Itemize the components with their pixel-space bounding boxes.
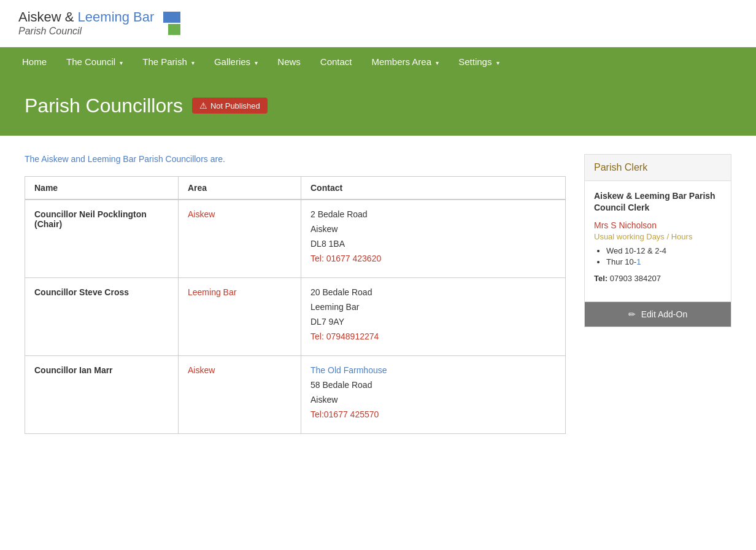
contact-line: Leeming Bar	[310, 302, 556, 312]
nav-link-news[interactable]: News	[268, 47, 310, 76]
nav-link-the-parish[interactable]: The Parish ▾	[133, 47, 204, 76]
site-header: Aiskew & Leeming Bar Parish Council	[0, 0, 756, 47]
chevron-down-icon: ▾	[496, 60, 500, 66]
chevron-down-icon: ▾	[436, 60, 439, 66]
nav-item-settings[interactable]: Settings ▾	[449, 47, 509, 76]
page-title: Parish Councillors ⚠ Not Published	[25, 95, 731, 117]
status-badge-text: Not Published	[210, 101, 260, 110]
councillor-name: Councillor Neil Pocklington (Chair)	[25, 199, 179, 278]
nav-item-members-area[interactable]: Members Area ▾	[362, 47, 449, 76]
sidebar-card: Parish Clerk Aiskew & Leeming Bar Parish…	[584, 154, 731, 327]
councillor-contact: The Old Farmhouse58 Bedale RoadAiskewTel…	[301, 355, 566, 433]
col-header-name: Name	[25, 176, 179, 199]
nav-item-contact[interactable]: Contact	[310, 47, 362, 76]
logo-amp: &	[61, 9, 78, 25]
nav-link-contact[interactable]: Contact	[310, 47, 362, 76]
page-header: Parish Councillors ⚠ Not Published	[0, 76, 756, 136]
nav-link-home[interactable]: Home	[12, 47, 56, 76]
sidebar: Parish Clerk Aiskew & Leeming Bar Parish…	[584, 154, 731, 327]
logo: Aiskew & Leeming Bar Parish Council	[18, 9, 154, 37]
nav-link-members-area[interactable]: Members Area ▾	[362, 47, 449, 76]
logo-leeming-bar: Leeming Bar	[78, 9, 155, 25]
col-header-contact: Contact	[301, 176, 566, 199]
main-content: The Aiskew and Leeming Bar Parish Counci…	[0, 136, 756, 452]
list-item: Thur 10-1	[606, 257, 722, 266]
councillor-name: Councillor Ian Marr	[25, 355, 179, 433]
logo-square-green	[168, 24, 180, 35]
logo-line1: Aiskew & Leeming Bar	[18, 9, 154, 25]
nav-item-news[interactable]: News	[268, 47, 310, 76]
sidebar-header: Parish Clerk	[585, 155, 731, 181]
contact-line: Aiskew	[310, 224, 556, 234]
chevron-down-icon: ▾	[255, 60, 258, 66]
nav-item-the-council[interactable]: The Council ▾	[56, 47, 133, 76]
highlight-text: 1	[636, 257, 641, 266]
table-row: Councillor Ian MarrAiskewThe Old Farmhou…	[25, 355, 566, 433]
logo-line2: Parish Council	[18, 25, 154, 37]
contact-line: The Old Farmhouse	[310, 365, 556, 375]
tel-number: 07903 384207	[610, 274, 661, 283]
councillor-area: Aiskew	[179, 355, 301, 433]
table-row: Councillor Steve CrossLeeming Bar20 Beda…	[25, 277, 566, 355]
sidebar-org-name: Aiskew & Leeming Bar Parish Council Cler…	[594, 190, 722, 214]
logo-square-blue	[163, 12, 180, 23]
col-header-area: Area	[179, 176, 301, 199]
edit-addon-label: Edit Add-On	[641, 309, 688, 319]
sidebar-hours-list: Wed 10-12 & 2-4 Thur 10-1	[594, 246, 722, 266]
nav-item-galleries[interactable]: Galleries ▾	[204, 47, 268, 76]
contact-line: Aiskew	[310, 395, 556, 405]
contact-line: 2 Bedale Road	[310, 209, 556, 219]
table-row: Councillor Neil Pocklington (Chair)Aiske…	[25, 199, 566, 278]
list-item: Wed 10-12 & 2-4	[606, 246, 722, 255]
contact-line: Tel: 01677 423620	[310, 254, 556, 263]
sidebar-hours-label: Usual working Days / Hours	[594, 232, 722, 241]
page-title-text: Parish Councillors	[25, 95, 183, 117]
intro-text: The Aiskew and Leeming Bar Parish Counci…	[25, 154, 566, 164]
content-area: The Aiskew and Leeming Bar Parish Counci…	[25, 154, 566, 434]
nav-link-galleries[interactable]: Galleries ▾	[204, 47, 268, 76]
edit-addon-button[interactable]: ✏ Edit Add-On	[585, 301, 731, 327]
tel-label: Tel:	[594, 274, 608, 283]
nav-item-the-parish[interactable]: The Parish ▾	[133, 47, 204, 76]
nav-link-the-council[interactable]: The Council ▾	[56, 47, 133, 76]
logo-aiskew: Aiskew	[18, 9, 61, 25]
status-badge: ⚠ Not Published	[192, 98, 268, 114]
logo-icon	[163, 12, 180, 35]
councillors-table: Name Area Contact Councillor Neil Pockli…	[25, 176, 566, 434]
contact-line: 20 Bedale Road	[310, 287, 556, 297]
contact-line: Tel:01677 425570	[310, 409, 556, 419]
warning-icon: ⚠	[199, 101, 207, 110]
councillor-area: Aiskew	[179, 199, 301, 278]
councillor-name: Councillor Steve Cross	[25, 277, 179, 355]
contact-line: 58 Bedale Road	[310, 380, 556, 390]
councillor-contact: 2 Bedale RoadAiskewDL8 1BATel: 01677 423…	[301, 199, 566, 278]
contact-line: DL8 1BA	[310, 239, 556, 249]
sidebar-clerk-name: Mrs S Nicholson	[594, 220, 722, 230]
nav-item-home[interactable]: Home	[12, 47, 56, 76]
pencil-icon: ✏	[628, 309, 636, 319]
sidebar-body: Aiskew & Leeming Bar Parish Council Cler…	[585, 181, 731, 301]
contact-line: Tel: 07948912274	[310, 331, 556, 341]
contact-line: DL7 9AY	[310, 317, 556, 327]
nav-link-settings[interactable]: Settings ▾	[449, 47, 509, 76]
table-header-row: Name Area Contact	[25, 176, 566, 199]
sidebar-tel: Tel: 07903 384207	[594, 274, 722, 283]
chevron-down-icon: ▾	[120, 60, 123, 66]
councillor-area: Leeming Bar	[179, 277, 301, 355]
councillor-contact: 20 Bedale RoadLeeming BarDL7 9AYTel: 079…	[301, 277, 566, 355]
main-nav: Home The Council ▾ The Parish ▾ Gallerie…	[0, 47, 756, 76]
chevron-down-icon: ▾	[191, 60, 195, 66]
